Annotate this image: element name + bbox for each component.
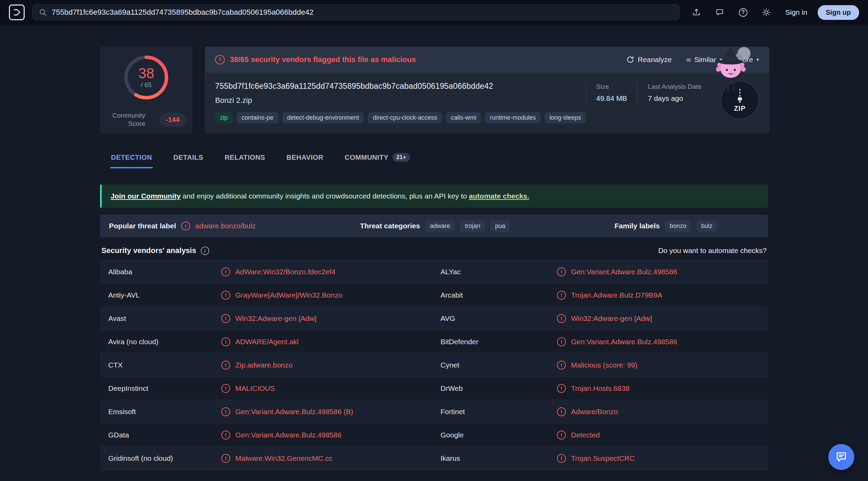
vendor-name: Antiy-AVL <box>108 291 221 299</box>
zip-file-icon: ZIP <box>721 81 759 119</box>
tab-behavior[interactable]: BEHAVIOR <box>286 149 324 168</box>
automate-checks-link[interactable]: automate checks. <box>469 192 529 200</box>
tag-chip[interactable]: long-sleeps <box>545 112 586 123</box>
detection-result: ADWARE/Agent.akl <box>235 338 299 346</box>
analysis-title-text: Security vendors' analysis <box>101 246 196 255</box>
vendor-name: DrWeb <box>441 384 557 393</box>
tag-chip[interactable]: runtime-modules <box>485 112 541 123</box>
size-label: Size <box>596 83 627 91</box>
detection-result: Trojan.SuspectCRC <box>571 454 635 462</box>
help-icon[interactable]: ? <box>736 6 749 19</box>
detection-result: Gen:Variant.Adware.Bulz.498586 (B) <box>235 408 353 416</box>
sign-up-button[interactable]: Sign up <box>818 5 859 20</box>
tab-label: COMMUNITY <box>345 154 388 161</box>
tag-chip[interactable]: zip <box>215 112 233 123</box>
alert-icon: ! <box>215 55 225 64</box>
alert-icon: ! <box>221 267 230 276</box>
search-bar[interactable] <box>32 4 680 20</box>
threat-categories-group: Threat categories adware trojan pua <box>360 220 510 232</box>
file-tags: zip contains-pe detect-debug-environment… <box>215 112 586 123</box>
security-vendors-analysis-title: Security vendors' analysis i <box>101 246 209 255</box>
sign-in-link[interactable]: Sign in <box>785 8 807 16</box>
alert-icon: ! <box>557 314 566 323</box>
alert-icon: ! <box>557 361 566 370</box>
alert-icon: ! <box>221 431 230 440</box>
threat-category-chip[interactable]: pua <box>490 220 510 232</box>
table-row: GData !Gen:Variant.Adware.Bulz.498586 Go… <box>100 423 768 447</box>
family-label-chip[interactable]: bonzo <box>665 220 691 232</box>
detection-cell: !Win32:Adware-gen [Adw] <box>557 314 760 323</box>
vendor-name: AVG <box>441 314 557 323</box>
threat-category-chip[interactable]: adware <box>425 220 455 232</box>
table-row: CTX !Zip.adware.bonzo Cynet !Malicious (… <box>100 353 768 377</box>
detection-cell: !Malware.Win32.GenericMC.cc <box>221 454 441 463</box>
tab-community[interactable]: COMMUNITY 21+ <box>344 149 410 169</box>
similar-button[interactable]: ≈ Similar ▾ <box>686 56 722 64</box>
chat-fab-button[interactable] <box>828 444 854 470</box>
tab-relations[interactable]: RELATIONS <box>224 149 266 168</box>
tab-details[interactable]: DETAILS <box>173 149 204 168</box>
detection-cell: !Detected <box>557 431 760 440</box>
vendor-name: Emsisoft <box>108 408 221 416</box>
table-row: Gridinsoft (no cloud) !Malware.Win32.Gen… <box>100 447 768 470</box>
tab-detection[interactable]: DETECTION <box>110 149 153 168</box>
join-community-link[interactable]: Join our Community <box>111 192 181 200</box>
reanalyze-button[interactable]: Reanalyze <box>626 56 672 64</box>
alert-icon: ! <box>557 431 566 440</box>
community-score-badge[interactable]: -144 <box>160 113 186 127</box>
detection-cell: !AdWare:Win32/Bonzo.fdec2ef4 <box>221 267 441 276</box>
score-value: 38 <box>138 66 154 81</box>
vendor-name: Ikarus <box>441 454 557 462</box>
vendor-name: BitDefender <box>441 338 557 346</box>
zip-label: ZIP <box>734 105 746 112</box>
search-input[interactable] <box>52 8 673 17</box>
theme-toggle-icon[interactable] <box>760 6 773 19</box>
malicious-warning: ! 38/65 security vendors flagged this fi… <box>215 55 416 64</box>
last-analysis-date: Last Analysis Date 7 days ago <box>637 82 711 104</box>
tag-chip[interactable]: direct-cpu-clock-access <box>368 112 442 123</box>
alert-icon: ! <box>221 291 230 300</box>
detection-cell: !Gen:Variant.Adware.Bulz.498586 (B) <box>221 407 441 416</box>
threat-summary-bar: Popular threat label ! adware.bonzo/bulz… <box>100 215 768 237</box>
info-icon[interactable]: i <box>201 246 209 255</box>
vendor-name: Avast <box>108 314 221 323</box>
analysis-header: Security vendors' analysis i Do you want… <box>100 246 768 255</box>
detection-result: Adware/Bonzo <box>571 408 618 416</box>
detection-result: GrayWare[AdWare]/Win32.Bonzo <box>235 291 342 299</box>
vendor-name: Avira (no cloud) <box>108 338 221 346</box>
table-row: Alibaba !AdWare:Win32/Bonzo.fdec2ef4 ALY… <box>100 260 768 284</box>
community-banner: Join our Community and enjoy additional … <box>100 184 768 208</box>
refresh-icon <box>626 56 634 64</box>
upload-icon[interactable] <box>690 6 703 19</box>
alert-icon: ! <box>557 407 566 416</box>
file-meta: Size 49.84 MB Last Analysis Date 7 days … <box>586 82 759 123</box>
file-summary: 755bd7f1fc6e93c3a69a1125dd74735895bdbac9… <box>205 73 769 123</box>
popular-threat-value[interactable]: adware.bonzo/bulz <box>195 222 256 230</box>
detection-cell: !Trojan.Adware.Bulz.D79B9A <box>557 291 760 300</box>
detection-cell: !Trojan.Hosts.6838 <box>557 384 760 393</box>
chevron-down-icon: ▾ <box>756 57 759 63</box>
table-row: Emsisoft !Gen:Variant.Adware.Bulz.498586… <box>100 400 768 423</box>
banner-text: and enjoy additional community insights … <box>181 192 469 200</box>
detection-cell: !Win32:Adware-gen [Adw] <box>221 314 441 323</box>
tag-chip[interactable]: calls-wmi <box>446 112 481 123</box>
alert-icon: ! <box>221 337 230 346</box>
main-content: 38 / 65 Community Score -144 ! 38/65 sec… <box>0 25 868 477</box>
vendor-name: CTX <box>108 361 221 369</box>
threat-category-chip[interactable]: trojan <box>460 220 485 232</box>
virustotal-logo[interactable] <box>9 4 25 20</box>
detection-cell: !Gen:Variant.Adware.Bulz.498586 <box>557 267 760 276</box>
tag-chip[interactable]: detect-debug-environment <box>282 112 364 123</box>
family-label-chip[interactable]: bulz <box>696 220 717 232</box>
tag-chip[interactable]: contains-pe <box>237 112 278 123</box>
threat-categories-title: Threat categories <box>360 222 420 230</box>
tab-label: DETAILS <box>173 154 203 161</box>
detection-result: Malicious (score: 99) <box>571 361 637 369</box>
vendor-analysis-table: Alibaba !AdWare:Win32/Bonzo.fdec2ef4 ALY… <box>100 260 768 477</box>
file-hash[interactable]: 755bd7f1fc6e93c3a69a1125dd74735895bdbac9… <box>215 82 586 91</box>
vendor-name: Cynet <box>441 361 557 369</box>
table-row: Avast !Win32:Adware-gen [Adw] AVG !Win32… <box>100 307 768 330</box>
warning-text: 38/65 security vendors flagged this file… <box>230 55 416 64</box>
feedback-comment-icon[interactable] <box>713 6 726 19</box>
more-button[interactable]: More ▾ <box>736 56 759 64</box>
